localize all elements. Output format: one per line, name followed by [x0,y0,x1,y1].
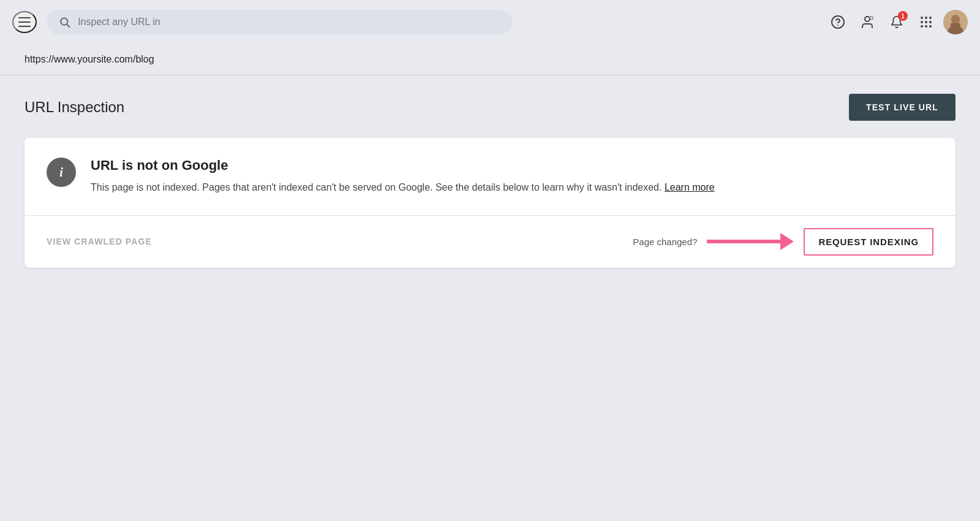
test-live-url-button[interactable]: TEST LIVE URL [849,94,956,121]
main-content: URL Inspection TEST LIVE URL i URL is no… [0,75,980,286]
url-display-bar: https://www.yoursite.com/blog [0,44,980,75]
account-settings-icon [860,15,875,29]
svg-point-0 [61,18,67,25]
help-icon [831,15,845,29]
svg-rect-9 [951,23,960,31]
inspection-header: URL Inspection TEST LIVE URL [24,94,956,121]
user-avatar[interactable] [943,10,968,34]
search-input[interactable] [78,17,500,28]
hamburger-line [18,21,31,23]
status-description: This page is not indexed. Pages that are… [91,180,933,196]
grid-icon [921,17,932,28]
hamburger-line [18,26,31,27]
notifications-button[interactable]: 1 [884,10,909,34]
help-button[interactable] [826,10,850,34]
footer-right-actions: Page changed? REQUEST INDEXING [633,228,933,256]
search-bar[interactable] [47,10,512,34]
notification-count-badge: 1 [898,11,908,21]
page-changed-text: Page changed? [633,237,697,247]
hamburger-line [18,17,31,18]
inspected-url: https://www.yoursite.com/blog [24,54,154,64]
description-text: This page is not indexed. Pages that are… [91,182,662,192]
pink-arrow-indicator [707,233,794,250]
request-indexing-button[interactable]: REQUEST INDEXING [804,228,933,256]
hamburger-menu-button[interactable] [12,11,37,33]
status-card: i URL is not on Google This page is not … [24,138,956,268]
svg-line-1 [67,25,70,27]
svg-point-7 [951,15,960,25]
account-settings-button[interactable] [855,10,880,34]
arrow-line [707,240,780,243]
info-icon: i [47,158,76,187]
arrow-head [780,233,794,250]
app-header: 1 [0,0,980,44]
status-title: URL is not on Google [91,158,933,173]
page-title: URL Inspection [24,99,124,116]
status-card-footer: VIEW CRAWLED PAGE Page changed? REQUEST … [24,216,956,268]
svg-point-4 [865,17,870,21]
header-actions: 1 [826,10,968,34]
status-card-body: i URL is not on Google This page is not … [24,138,956,216]
learn-more-link[interactable]: Learn more [665,182,715,192]
avatar-image [943,10,968,34]
search-icon [59,16,70,28]
grid-apps-button[interactable] [914,10,938,34]
view-crawled-page-button[interactable]: VIEW CRAWLED PAGE [47,237,152,246]
status-text-block: URL is not on Google This page is not in… [91,158,933,196]
